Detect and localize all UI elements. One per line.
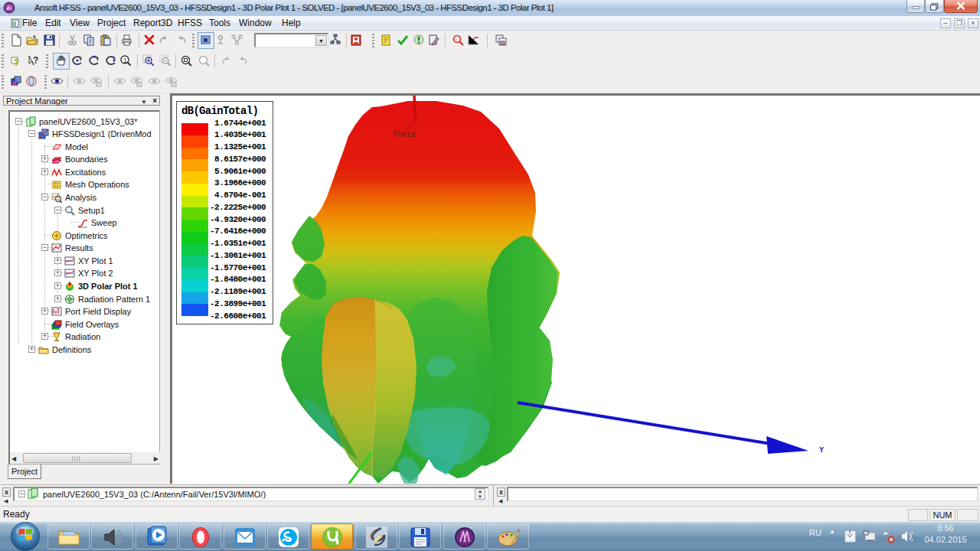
svg-text:1: 1: [123, 57, 127, 64]
svg-text:?: ?: [33, 55, 38, 66]
svg-text:?: ?: [14, 57, 19, 67]
svg-text:Y: Y: [819, 446, 824, 455]
svg-text:Theta: Theta: [393, 131, 416, 139]
